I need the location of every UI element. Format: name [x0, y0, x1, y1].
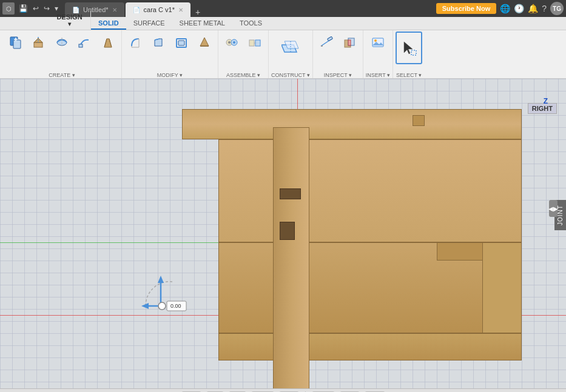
tab-surface[interactable]: SURFACE: [126, 18, 172, 30]
ribbon: CREATE: [0, 30, 566, 79]
create-label[interactable]: CREATE: [49, 72, 75, 78]
inspect-tools: [315, 32, 360, 71]
tab2-label: cara C v1*: [144, 6, 175, 13]
model-top-panel: [182, 109, 522, 139]
model-slot-2: [280, 222, 295, 240]
model-main-panel: [273, 127, 309, 388]
title-bar-right: Subscribe Now 🌐 🕐 🔔 ? TG: [436, 2, 564, 15]
chamfer-button[interactable]: [147, 32, 169, 53]
collapse-handle[interactable]: ◀▶: [549, 200, 558, 217]
bell-icon[interactable]: 🔔: [528, 4, 538, 13]
viewport: 0.00 Z RIGHT ◀▶ JOINT: [0, 79, 566, 388]
select-label[interactable]: SELECT: [396, 72, 422, 78]
avatar[interactable]: TG: [550, 2, 564, 15]
svg-marker-41: [158, 276, 164, 283]
model-notch-3: [482, 242, 522, 333]
z-axis-label: Z: [544, 97, 548, 105]
svg-point-22: [233, 41, 235, 44]
svg-rect-23: [249, 40, 254, 46]
assemble-tools: [221, 32, 266, 71]
tabs-area: 📄 Untitled* ✕ 📄 cara C v1* ✕ +: [65, 0, 436, 17]
svg-rect-39: [411, 50, 416, 55]
svg-point-44: [158, 302, 166, 310]
modify-label[interactable]: MODIFY: [157, 72, 183, 78]
globe-icon[interactable]: 🌐: [500, 4, 510, 13]
svg-marker-43: [141, 303, 149, 309]
insert-image-button[interactable]: [367, 32, 389, 53]
model-bottom-panel: [218, 333, 522, 360]
inspect-group: INSPECT: [313, 30, 363, 78]
select-tools: [396, 32, 422, 71]
model-slot-1: [280, 188, 301, 199]
svg-rect-1: [13, 40, 21, 48]
model-right-panel: [218, 139, 522, 242]
tab2-close[interactable]: ✕: [178, 7, 183, 13]
new-body-button[interactable]: [5, 32, 27, 53]
create-tools: [5, 32, 119, 71]
manipulator-svg: 0.00: [124, 257, 197, 330]
construct-group: CONSTRUCT: [269, 30, 313, 78]
insert-group: INSERT: [363, 30, 393, 78]
svg-point-21: [228, 41, 231, 44]
insert-tools: [367, 32, 389, 71]
3d-model: [182, 109, 558, 388]
svg-rect-16: [178, 41, 184, 45]
assemble-label[interactable]: ASSEMBLE: [226, 72, 260, 78]
tab-cara[interactable]: 📄 cara C v1* ✕: [126, 2, 190, 17]
model-notch-1: [413, 115, 425, 126]
inspect-label[interactable]: INSPECT: [324, 72, 352, 78]
design-arrow-icon: ▾: [68, 21, 71, 27]
extrude-button[interactable]: [28, 32, 50, 53]
asbuilt-button[interactable]: [244, 32, 266, 53]
tab-solid[interactable]: SOLID: [91, 18, 126, 30]
svg-rect-4: [34, 42, 42, 47]
save-button[interactable]: 💾: [17, 4, 30, 13]
construct-tools: [277, 32, 304, 71]
assemble-group: ASSEMBLE: [218, 30, 269, 78]
app-icon: ⬡: [2, 2, 15, 15]
revolve-button[interactable]: [51, 32, 73, 53]
svg-text:0.00: 0.00: [170, 303, 181, 309]
model-notch-2: [437, 242, 485, 261]
sweep-button[interactable]: [74, 32, 96, 53]
offset-plane-button[interactable]: [277, 32, 304, 64]
tab1-close[interactable]: ✕: [112, 7, 117, 13]
measure-button[interactable]: [315, 32, 337, 53]
clock-icon[interactable]: 🕐: [514, 4, 524, 13]
svg-rect-34: [348, 40, 351, 45]
undo-button[interactable]: ↩: [31, 4, 41, 13]
draft-button[interactable]: [194, 32, 215, 53]
svg-marker-17: [200, 38, 209, 46]
select-button[interactable]: [396, 32, 422, 64]
tab-tools[interactable]: TOOLS: [232, 18, 269, 30]
interference-button[interactable]: [339, 32, 360, 53]
tab2-icon: 📄: [133, 7, 140, 13]
construct-label[interactable]: CONSTRUCT: [271, 72, 310, 78]
shell-button[interactable]: [170, 32, 192, 53]
status-bar: ⊕ ▾ 💾 ✋ 🔍 ▾ ⊕ ▾ ⬛ ▾ ⊞ ▾ ⚙ ▾: [0, 388, 566, 392]
fillet-button[interactable]: [124, 32, 146, 53]
joint-button[interactable]: [221, 32, 243, 53]
select-group: SELECT: [393, 30, 425, 78]
add-tab-button[interactable]: +: [192, 7, 204, 17]
insert-label[interactable]: INSERT: [366, 72, 390, 78]
create-group: CREATE: [2, 30, 122, 78]
svg-rect-30: [327, 36, 332, 41]
tab-sheet-metal[interactable]: SHEET METAL: [172, 18, 232, 30]
svg-rect-9: [79, 44, 83, 47]
design-label: DESIGN: [56, 13, 82, 21]
right-view-label: RIGHT: [528, 103, 557, 114]
subscribe-button[interactable]: Subscribe Now: [436, 3, 496, 14]
ribbon-tabs: DESIGN ▾ SOLID SURFACE SHEET METAL TOOLS: [0, 17, 566, 30]
manipulator-handles[interactable]: 0.00: [124, 257, 197, 330]
design-menu[interactable]: DESIGN ▾: [49, 11, 91, 30]
svg-rect-24: [255, 40, 260, 46]
title-icons: 🌐 🕐 🔔 ?: [500, 4, 547, 13]
help-icon[interactable]: ?: [542, 4, 547, 13]
svg-point-36: [374, 39, 377, 42]
loft-button[interactable]: [97, 32, 119, 53]
modify-group: MODIFY: [122, 30, 218, 78]
modify-tools: [124, 32, 215, 71]
